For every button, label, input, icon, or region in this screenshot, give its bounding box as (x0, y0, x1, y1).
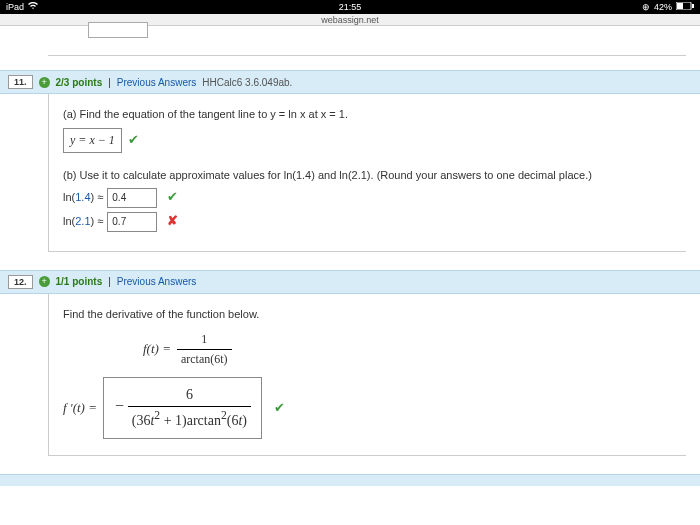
question-11-body: (a) Find the equation of the tangent lin… (48, 94, 686, 252)
check-icon: ✔ (167, 187, 178, 208)
fraction-numerator: 6 (128, 384, 251, 407)
device-label: iPad (6, 2, 24, 12)
points-label: 1/1 points (56, 276, 103, 287)
ipad-status-bar: iPad 21:55 ⊕ 42% (0, 0, 700, 14)
part-a-prompt: (a) Find the equation of the tangent lin… (63, 106, 672, 124)
expand-icon[interactable]: + (39, 276, 50, 287)
svg-rect-2 (692, 4, 694, 8)
battery-percent: 42% (654, 2, 672, 12)
page-content: 11. + 2/3 points | Previous Answers HHCa… (0, 32, 700, 486)
question-12-header: 12. + 1/1 points | Previous Answers (0, 270, 700, 294)
f-expression: 1 arctan(6t) (177, 330, 232, 369)
check-icon: ✔ (274, 398, 285, 419)
question-source: HHCalc6 3.6.049ab. (202, 77, 292, 88)
ln-arg: 2.1 (75, 215, 90, 227)
ln14-row: ln(1.4) ≈ 0.4 ✔ (63, 187, 672, 208)
part-a-answer[interactable]: y = x − 1 (63, 128, 122, 153)
fraction-denominator: arctan(6t) (177, 350, 232, 369)
fraction-numerator: 1 (177, 330, 232, 350)
cross-icon: ✘ (167, 211, 178, 232)
check-icon: ✔ (128, 130, 139, 151)
separator: | (108, 77, 111, 88)
question-11-header: 11. + 2/3 points | Previous Answers HHCa… (0, 70, 700, 94)
question-number: 12. (8, 275, 33, 289)
previous-answers-link[interactable]: Previous Answers (117, 77, 196, 88)
part-b-prompt: (b) Use it to calculate approximate valu… (63, 167, 672, 185)
derivative-row: f '(t) = − 6 (36t2 + 1)arctan2(6t) ✔ (63, 377, 672, 439)
ln-post: ) ≈ (91, 191, 104, 203)
previous-question-fragment (48, 32, 686, 56)
battery-icon (676, 2, 694, 12)
question-12-body: Find the derivative of the function belo… (48, 294, 686, 456)
q12-prompt: Find the derivative of the function belo… (63, 306, 672, 324)
question-13-header: 13. (0, 474, 700, 486)
ln14-input[interactable]: 0.4 (107, 188, 157, 208)
ln-post: ) ≈ (91, 215, 104, 227)
ln-pre: ln( (63, 215, 75, 227)
derivative-answer[interactable]: − 6 (36t2 + 1)arctan2(6t) (103, 377, 262, 439)
svg-rect-1 (677, 3, 683, 9)
answer-input-stub[interactable] (88, 22, 148, 38)
previous-answers-link[interactable]: Previous Answers (117, 276, 196, 287)
wifi-icon (28, 2, 38, 12)
ln-arg: 1.4 (75, 191, 90, 203)
expand-icon[interactable]: + (39, 77, 50, 88)
points-label: 2/3 points (56, 77, 103, 88)
fraction-denominator: (36t2 + 1)arctan2(6t) (128, 407, 251, 432)
clock: 21:55 (339, 2, 362, 12)
orientation-lock-icon: ⊕ (642, 2, 650, 12)
ln-pre: ln( (63, 191, 75, 203)
separator: | (108, 276, 111, 287)
f-label: f(t) = (143, 339, 171, 360)
question-number: 11. (8, 75, 33, 89)
ln21-row: ln(2.1) ≈ 0.7 ✘ (63, 211, 672, 232)
ln21-input[interactable]: 0.7 (107, 212, 157, 232)
fprime-label: f '(t) = (63, 398, 97, 419)
